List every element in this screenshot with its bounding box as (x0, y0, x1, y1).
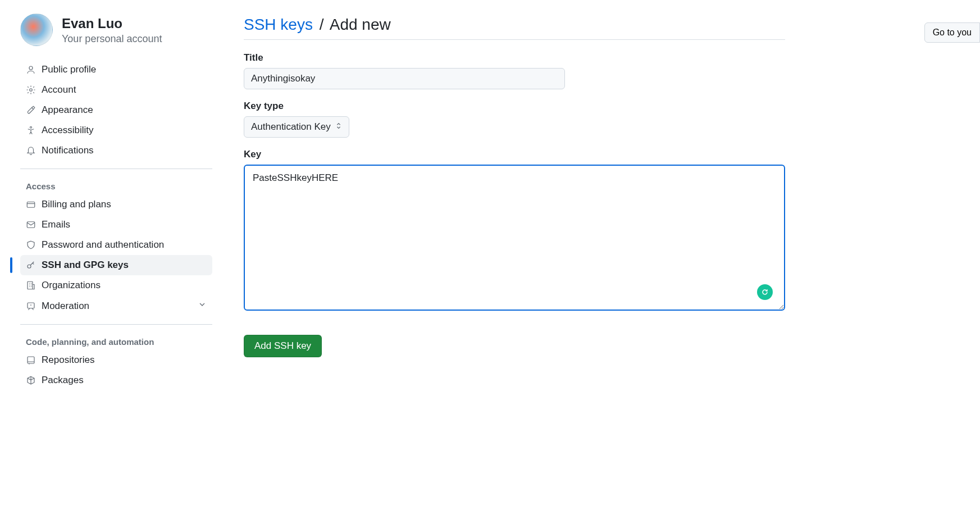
section-title-access: Access (20, 177, 212, 194)
sidebar-item-packages[interactable]: Packages (20, 370, 212, 390)
sidebar-item-ssh-keys[interactable]: SSH and GPG keys (20, 255, 212, 275)
go-to-profile-button[interactable]: Go to you (924, 22, 980, 43)
keytype-value: Authentication Key (251, 121, 331, 133)
profile-name: Evan Luo (62, 15, 162, 32)
sidebar-item-repositories[interactable]: Repositories (20, 350, 212, 370)
chevron-down-icon (198, 300, 207, 312)
breadcrumb-separator: / (320, 16, 324, 33)
repo-icon (26, 355, 36, 365)
sidebar-item-organizations[interactable]: Organizations (20, 275, 212, 295)
sidebar-item-moderation[interactable]: Moderation (20, 295, 212, 316)
sidebar-item-password[interactable]: Password and authentication (20, 235, 212, 255)
sidebar-item-label: Notifications (42, 145, 207, 156)
sidebar-item-account[interactable]: Account (20, 80, 212, 100)
person-icon (26, 65, 36, 75)
sidebar-item-label: Packages (42, 375, 207, 386)
bell-icon (26, 145, 36, 156)
profile-header: Evan Luo Your personal account (20, 13, 212, 46)
gear-icon (26, 85, 36, 95)
credit-card-icon (26, 199, 36, 210)
section-title-code: Code, planning, and automation (20, 333, 212, 350)
sidebar-item-label: Repositories (42, 354, 207, 366)
sidebar-item-label: SSH and GPG keys (42, 260, 207, 271)
sidebar-item-label: Public profile (42, 64, 207, 75)
svg-rect-6 (28, 281, 33, 289)
svg-point-5 (28, 265, 31, 268)
svg-point-2 (30, 126, 32, 128)
sidebar-item-label: Appearance (42, 104, 207, 116)
sidebar-item-label: Password and authentication (42, 239, 207, 251)
breadcrumb: SSH keys / Add new (244, 16, 785, 40)
sidebar-item-label: Organizations (42, 280, 207, 291)
sidebar-item-billing[interactable]: Billing and plans (20, 194, 212, 215)
divider (20, 169, 212, 169)
select-caret-icon (335, 121, 342, 133)
title-label: Title (244, 52, 785, 63)
sidebar-item-public-profile[interactable]: Public profile (20, 60, 212, 80)
keytype-label: Key type (244, 101, 785, 112)
grammarly-icon[interactable] (757, 284, 773, 300)
report-icon (26, 301, 36, 311)
sidebar-item-label: Emails (42, 219, 207, 230)
svg-point-0 (29, 66, 33, 70)
sidebar-item-label: Billing and plans (42, 199, 207, 210)
divider (20, 324, 212, 325)
breadcrumb-current: Add new (330, 16, 391, 33)
sidebar-item-appearance[interactable]: Appearance (20, 100, 212, 120)
package-icon (26, 375, 36, 385)
svg-point-1 (30, 89, 33, 92)
mail-icon (26, 220, 36, 230)
avatar[interactable] (20, 13, 53, 46)
paintbrush-icon (26, 105, 36, 115)
shield-icon (26, 240, 36, 250)
organization-icon (26, 280, 36, 290)
sidebar-item-label: Accessibility (42, 125, 207, 136)
keytype-select[interactable]: Authentication Key (244, 116, 349, 138)
key-label: Key (244, 149, 785, 160)
svg-rect-4 (27, 222, 35, 228)
profile-subtitle: Your personal account (62, 33, 162, 45)
title-input[interactable] (244, 68, 565, 89)
key-icon (26, 260, 36, 270)
sidebar-item-accessibility[interactable]: Accessibility (20, 120, 212, 140)
accessibility-icon (26, 125, 36, 135)
sidebar-item-notifications[interactable]: Notifications (20, 140, 212, 161)
sidebar-item-label: Moderation (42, 301, 192, 312)
sidebar-item-emails[interactable]: Emails (20, 215, 212, 235)
svg-rect-3 (27, 202, 35, 208)
breadcrumb-parent-link[interactable]: SSH keys (244, 16, 313, 33)
sidebar-item-label: Account (42, 84, 207, 95)
svg-rect-8 (28, 357, 34, 363)
key-textarea[interactable] (244, 165, 785, 311)
add-ssh-key-button[interactable]: Add SSH key (244, 335, 322, 357)
